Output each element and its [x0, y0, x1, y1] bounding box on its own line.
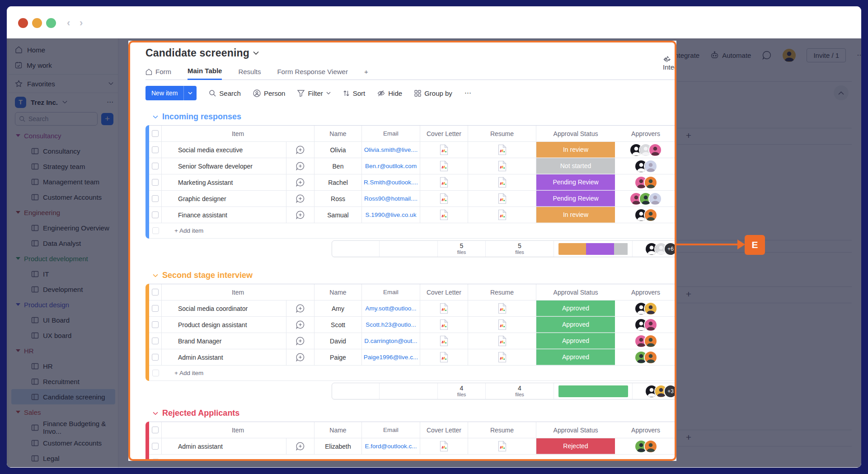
resume-cell[interactable] [468, 300, 536, 316]
email-cell[interactable]: Olivia.smith@live.... [362, 142, 420, 158]
item-cell[interactable]: Social media executive [162, 142, 286, 158]
name-cell[interactable]: Amy [314, 300, 362, 316]
resume-cell[interactable] [468, 158, 536, 174]
column-header-approvers[interactable]: Approvers [615, 126, 676, 141]
cover-letter-cell[interactable] [420, 300, 468, 316]
approvers-cell[interactable] [615, 349, 676, 365]
column-header-name[interactable]: Name [314, 422, 362, 438]
row-checkbox[interactable] [152, 179, 159, 186]
item-cell[interactable]: Marketing Assistant [162, 174, 286, 190]
email-cell[interactable]: R.Smith@outlook.... [362, 174, 420, 190]
open-conversation-cell[interactable] [286, 207, 314, 223]
status-distribution-bar[interactable] [558, 243, 628, 255]
email-cell[interactable]: S.1990@live.co.uk [362, 207, 420, 223]
open-conversation-cell[interactable] [286, 333, 314, 349]
group-by-button[interactable]: Group by [414, 89, 452, 97]
resume-cell[interactable] [468, 317, 536, 333]
select-all-checkbox[interactable] [152, 427, 159, 433]
open-conversation-cell[interactable] [286, 174, 314, 190]
item-cell[interactable]: Product design assistant [162, 317, 286, 333]
open-conversation-cell[interactable] [286, 349, 314, 365]
approval-status-cell[interactable]: In review [536, 142, 615, 158]
integrate-button[interactable]: Integrate [663, 55, 676, 71]
resume-cell[interactable] [468, 191, 536, 206]
approval-status-cell[interactable]: Approved [536, 317, 615, 333]
name-cell[interactable]: Elizabeth [314, 438, 362, 454]
email-cell[interactable]: E.ford@outlook.c... [362, 438, 420, 454]
email-cell[interactable]: Scott.h23@outlo... [362, 317, 420, 333]
column-header-email[interactable]: Email [362, 126, 420, 141]
tab-main-table[interactable]: Main Table [188, 67, 222, 80]
tab-add[interactable]: + [364, 68, 368, 80]
add-item-row[interactable]: + Add item [149, 223, 676, 239]
column-header-approval-status[interactable]: Approval Status [536, 422, 615, 438]
resume-cell[interactable] [468, 142, 536, 158]
approval-status-cell[interactable]: Approved [536, 349, 615, 365]
select-all-checkbox[interactable] [152, 130, 159, 137]
item-cell[interactable]: Brand Manager [162, 333, 286, 349]
column-header-email[interactable]: Email [362, 284, 420, 300]
chevron-down-icon[interactable] [253, 51, 259, 55]
row-checkbox[interactable] [152, 338, 159, 344]
minimize-window-button[interactable] [32, 18, 42, 28]
cover-letter-cell[interactable] [420, 333, 468, 349]
new-item-dropdown[interactable] [183, 86, 197, 100]
hide-button[interactable]: Hide [377, 89, 402, 97]
name-cell[interactable]: Ross [314, 191, 362, 206]
column-header-approval-status[interactable]: Approval Status [536, 126, 615, 141]
column-header-approvers[interactable]: Approvers [615, 422, 676, 438]
tab-results[interactable]: Results [238, 68, 261, 80]
approval-status-cell[interactable]: Not started [536, 158, 615, 174]
open-conversation-cell[interactable] [286, 317, 314, 333]
cover-letter-cell[interactable] [420, 207, 468, 223]
open-conversation-cell[interactable] [286, 158, 314, 174]
item-cell[interactable]: Graphic designer [162, 191, 286, 206]
name-cell[interactable]: David [314, 333, 362, 349]
approval-status-cell[interactable]: Pending Review [536, 191, 615, 206]
email-cell[interactable]: Ross90@hotmail.... [362, 191, 420, 206]
column-header-item[interactable]: Item [162, 422, 314, 438]
approvers-cell[interactable] [615, 158, 676, 174]
open-conversation-cell[interactable] [286, 142, 314, 158]
email-cell[interactable]: D.carrington@out... [362, 333, 420, 349]
cover-letter-cell[interactable] [420, 438, 468, 454]
add-item-row[interactable]: + Add item [149, 455, 676, 461]
resume-cell[interactable] [468, 349, 536, 365]
column-header-cover-letter[interactable]: Cover Letter [420, 422, 468, 438]
search-button[interactable]: Search [209, 89, 241, 97]
approval-status-cell[interactable]: Rejected [536, 438, 615, 454]
cover-letter-cell[interactable] [420, 174, 468, 190]
column-header-resume[interactable]: Resume [468, 126, 536, 141]
approvers-cell[interactable] [615, 317, 676, 333]
column-header-name[interactable]: Name [314, 126, 362, 141]
toolbar-more-button[interactable]: ⋯ [464, 89, 471, 97]
add-item-row[interactable]: + Add item [149, 366, 676, 381]
maximize-window-button[interactable] [46, 18, 56, 28]
column-header-cover-letter[interactable]: Cover Letter [420, 126, 468, 141]
approvers-cell[interactable] [615, 142, 676, 158]
column-header-resume[interactable]: Resume [468, 284, 536, 300]
item-cell[interactable]: Social media coordinator [162, 300, 286, 316]
group-title-rejected-applicants[interactable]: Rejected Applicants [153, 408, 675, 418]
sort-button[interactable]: Sort [343, 89, 366, 97]
person-filter-button[interactable]: Person [253, 89, 286, 97]
cover-letter-cell[interactable] [420, 142, 468, 158]
name-cell[interactable]: Scott [314, 317, 362, 333]
tab-form-response-viewer[interactable]: Form Response Viewer [277, 68, 347, 80]
group-title-incoming-responses[interactable]: Incoming responses [153, 112, 675, 122]
column-header-item[interactable]: Item [162, 126, 314, 141]
approval-status-cell[interactable]: In review [536, 207, 615, 223]
row-checkbox[interactable] [152, 305, 159, 312]
row-checkbox[interactable] [152, 354, 159, 361]
approvers-cell[interactable] [615, 333, 676, 349]
status-distribution-bar[interactable] [558, 385, 628, 397]
cover-letter-cell[interactable] [420, 349, 468, 365]
open-conversation-cell[interactable] [286, 191, 314, 206]
approval-status-cell[interactable]: Pending Review [536, 174, 615, 190]
cover-letter-cell[interactable] [420, 158, 468, 174]
row-checkbox[interactable] [152, 163, 159, 169]
email-cell[interactable]: Ben.r@outllok.com [362, 158, 420, 174]
column-header-approvers[interactable]: Approvers [615, 284, 676, 300]
column-header-approval-status[interactable]: Approval Status [536, 284, 615, 300]
row-checkbox[interactable] [152, 195, 159, 202]
